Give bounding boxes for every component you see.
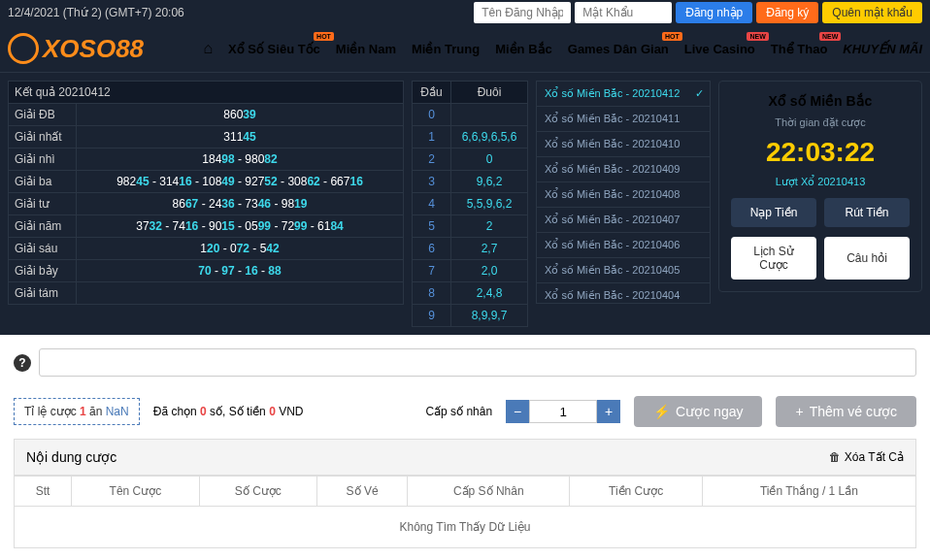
prize-value: 120 - 072 - 542	[77, 238, 404, 260]
prize-value: 3732 - 7416 - 9015 - 0599 - 7299 - 6184	[77, 215, 404, 238]
digit-head: 6	[413, 238, 451, 260]
bet-column-header: Số Vé	[316, 477, 407, 507]
digit-tail: 2,4,8	[451, 282, 528, 305]
digit-head: 5	[413, 215, 451, 238]
nav-live-casino[interactable]: Live CasinoNEW	[684, 42, 755, 56]
bet-column-header: Tên Cược	[72, 477, 200, 507]
new-badge: NEW	[747, 32, 768, 41]
hot-badge: HOT	[662, 32, 682, 41]
side-panel: Xổ số Miền Bắc Thời gian đặt cược 22:03:…	[718, 81, 922, 292]
stepper-minus-button[interactable]: −	[506, 400, 529, 423]
digit-head: 2	[413, 148, 451, 171]
nav-khuyen-mai[interactable]: KHUYẾN MÃI	[843, 42, 922, 56]
digit-head: 1	[413, 126, 451, 148]
digit-head: 4	[413, 193, 451, 215]
digit-tail: 9,6,2	[451, 171, 528, 193]
datetime-label: 12/4/2021 (Thứ 2) (GMT+7) 20:06	[8, 6, 470, 19]
hot-badge: HOT	[314, 32, 334, 41]
bet-table: SttTên CượcSố CượcSố VéCấp Số NhânTiền C…	[14, 476, 916, 548]
login-button[interactable]: Đăng nhập	[676, 2, 752, 23]
empty-message: Không Tìm Thấy Dữ Liệu	[15, 507, 916, 548]
prize-label: Giải sáu	[9, 238, 77, 260]
draw-list-item[interactable]: Xổ số Miền Bắc - 20210408	[537, 182, 710, 208]
nav-mien-bac[interactable]: Miền Bắc	[495, 42, 552, 56]
bet-column-header: Stt	[15, 477, 72, 507]
forgot-password-button[interactable]: Quên mật khẩu	[822, 2, 922, 23]
prize-value: 70 - 97 - 16 - 88	[77, 260, 404, 282]
digit-tail: 8,9,9,7	[451, 305, 528, 327]
draw-list-item[interactable]: Xổ số Miền Bắc - 20210405	[537, 258, 710, 283]
prize-value	[77, 282, 404, 305]
check-icon: ✓	[695, 87, 704, 100]
trash-icon: 🗑	[829, 450, 841, 464]
betting-section: ? Tỉ lệ cược 1 ăn NaN Đã chọn 0 số, Số t…	[0, 335, 930, 560]
multiplier-input[interactable]	[529, 400, 597, 423]
nav-mien-trung[interactable]: Miền Trung	[412, 42, 480, 56]
history-button[interactable]: Lịch Sử Cược	[731, 237, 816, 280]
home-icon[interactable]: ⌂	[203, 40, 213, 57]
selection-summary: Đã chọn 0 số, Số tiền 0 VND	[153, 405, 304, 418]
logo[interactable]: XOSO88	[8, 33, 144, 64]
side-column: Xổ số Miền Bắc Thời gian đặt cược 22:03:…	[718, 81, 922, 327]
faq-button[interactable]: Câu hỏi	[824, 237, 910, 280]
side-title: Xổ số Miền Bắc	[731, 93, 910, 109]
draw-list-item[interactable]: Xổ số Miền Bắc - 20210404	[537, 283, 710, 304]
results-column: Kết quả 20210412 Giải ĐB86039Giải nhất31…	[8, 81, 404, 327]
draw-list-item[interactable]: Xổ số Miền Bắc - 20210410	[537, 132, 710, 157]
digit-tail: 2,7	[451, 238, 528, 260]
new-badge: NEW	[819, 32, 841, 41]
bet-column-header: Tiền Thắng / 1 Lần	[702, 477, 915, 507]
nav-mien-nam[interactable]: Miền Nam	[336, 42, 396, 56]
bet-column-header: Số Cược	[199, 477, 316, 507]
digits-table: ĐầuĐuôi 016,6,9,6,5,62039,6,245,5,9,6,25…	[412, 81, 528, 327]
draw-list-item[interactable]: Xổ số Miền Bắc - 20210407	[537, 208, 710, 233]
digit-tail: 0	[451, 148, 528, 171]
digit-tail: 6,6,9,6,5,6	[451, 126, 528, 148]
withdraw-button[interactable]: Rút Tiền	[824, 198, 910, 227]
prize-label: Giải nhất	[9, 126, 77, 148]
bet-now-button[interactable]: ⚡Cược ngay	[634, 396, 762, 427]
odds-ratio: Tỉ lệ cược 1 ăn NaN	[14, 398, 140, 425]
digits-head-header: Đầu	[413, 82, 451, 104]
prize-value: 86039	[77, 104, 404, 126]
password-input[interactable]	[575, 2, 672, 23]
digit-head: 3	[413, 171, 451, 193]
bet-input[interactable]	[39, 348, 916, 377]
nav-the-thao[interactable]: Thể ThaoNEW	[771, 42, 828, 56]
prize-value: 8667 - 2436 - 7346 - 9819	[77, 193, 404, 215]
prize-label: Giải tám	[9, 282, 77, 305]
main-content: Kết quả 20210412 Giải ĐB86039Giải nhất31…	[0, 73, 930, 335]
bet-content-title: Nội dung cược	[26, 449, 116, 465]
results-table: Kết quả 20210412 Giải ĐB86039Giải nhất31…	[8, 81, 404, 305]
prize-label: Giải nhì	[9, 148, 77, 171]
countdown-label: Thời gian đặt cược	[731, 116, 910, 129]
nav-sieu-toc[interactable]: Xổ Số Siêu TốcHOT	[228, 42, 320, 56]
countdown-timer: 22:03:22	[731, 137, 910, 168]
help-icon[interactable]: ?	[14, 354, 31, 372]
draw-list-item[interactable]: Xổ số Miền Bắc - 20210409	[537, 157, 710, 182]
nav-games[interactable]: Games Dân GianHOT	[568, 42, 669, 56]
digit-tail: 2,0	[451, 260, 528, 282]
digit-tail	[451, 104, 528, 126]
digits-tail-header: Đuôi	[451, 82, 528, 104]
lightning-icon: ⚡	[653, 404, 670, 419]
stepper-plus-button[interactable]: +	[597, 400, 620, 423]
draws-list[interactable]: Xổ số Miền Bắc - 20210412✓Xổ số Miền Bắc…	[536, 81, 711, 304]
add-ticket-button[interactable]: +Thêm vé cược	[776, 396, 916, 427]
draw-list-item[interactable]: Xổ số Miền Bắc - 20210411	[537, 107, 710, 132]
digit-tail: 5,5,9,6,2	[451, 193, 528, 215]
results-header: Kết quả 20210412	[9, 82, 404, 104]
clear-all-button[interactable]: 🗑Xóa Tất Cả	[829, 450, 904, 464]
digit-head: 9	[413, 305, 451, 327]
digit-head: 7	[413, 260, 451, 282]
multiplier-stepper: − +	[506, 400, 620, 423]
prize-label: Giải năm	[9, 215, 77, 238]
deposit-button[interactable]: Nạp Tiền	[731, 198, 816, 227]
draw-list-item[interactable]: Xổ số Miền Bắc - 20210412✓	[537, 82, 710, 107]
register-button[interactable]: Đăng ký	[756, 2, 818, 23]
username-input[interactable]	[474, 2, 571, 23]
multiplier-label: Cấp số nhân	[425, 405, 492, 418]
bet-content-header: Nội dung cược 🗑Xóa Tất Cả	[14, 439, 916, 476]
draw-list-item[interactable]: Xổ số Miền Bắc - 20210406	[537, 233, 710, 258]
digits-column: ĐầuĐuôi 016,6,9,6,5,62039,6,245,5,9,6,25…	[412, 81, 528, 327]
